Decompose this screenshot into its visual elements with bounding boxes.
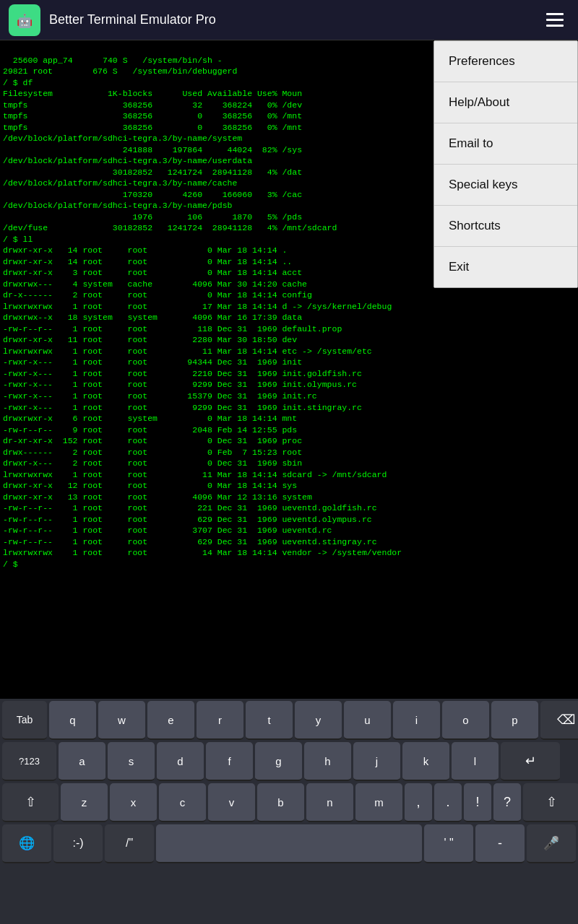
key-e[interactable]: e: [147, 701, 194, 740]
key-d[interactable]: d: [157, 742, 204, 781]
key-r[interactable]: r: [197, 701, 243, 740]
key-y[interactable]: y: [295, 701, 342, 740]
menu-item-help-about[interactable]: Help/About: [434, 82, 577, 123]
menu-button[interactable]: [543, 7, 569, 33]
key-n[interactable]: n: [306, 783, 353, 822]
menu-item-email-to[interactable]: Email to: [434, 123, 577, 165]
key-space[interactable]: [156, 824, 422, 863]
key-g[interactable]: g: [255, 742, 302, 781]
key-h[interactable]: h: [304, 742, 351, 781]
key-quote[interactable]: ' ": [424, 824, 473, 863]
key-comma[interactable]: ,: [405, 783, 432, 822]
key-o[interactable]: o: [442, 701, 489, 740]
app-icon: 🤖: [9, 4, 40, 36]
key-slash[interactable]: /": [105, 824, 154, 863]
menu-item-exit[interactable]: Exit: [434, 247, 577, 287]
key-q[interactable]: q: [49, 701, 96, 740]
key-t[interactable]: t: [246, 701, 293, 740]
key-mic[interactable]: 🎤: [527, 824, 576, 863]
key-enter[interactable]: ↵: [501, 742, 560, 781]
key-p[interactable]: p: [491, 701, 538, 740]
key-s[interactable]: s: [108, 742, 155, 781]
header: 🤖 Better Terminal Emulator Pro: [0, 0, 578, 40]
key-w[interactable]: w: [98, 701, 145, 740]
key-backspace[interactable]: ⌫: [540, 701, 578, 740]
key-l[interactable]: l: [452, 742, 499, 781]
key-v[interactable]: v: [208, 783, 255, 822]
terminal-text: 25600 app_74 740 S /system/bin/sh - 2982…: [3, 56, 402, 569]
menu-icon-line2: [546, 19, 564, 21]
menu-item-shortcuts[interactable]: Shortcuts: [434, 206, 577, 247]
app-title: Better Terminal Emulator Pro: [49, 12, 535, 27]
menu-icon-line1: [546, 13, 564, 15]
keyboard-row-1: Tab q w e r t y u i o p ⌫: [0, 699, 578, 740]
keyboard-row-4: 🌐 :-) /" ' " - 🎤: [0, 822, 578, 863]
svg-text:🤖: 🤖: [17, 13, 33, 29]
key-j[interactable]: j: [353, 742, 400, 781]
key-question[interactable]: ?: [493, 783, 521, 822]
key-shift-left[interactable]: ⇧: [2, 783, 59, 822]
menu-icon-line3: [546, 25, 564, 27]
menu-item-preferences[interactable]: Preferences: [434, 41, 577, 82]
key-u[interactable]: u: [344, 701, 391, 740]
key-z[interactable]: z: [61, 783, 108, 822]
keyboard: Tab q w e r t y u i o p ⌫ ?123 a s d f g…: [0, 699, 578, 924]
keyboard-row-3: ⇧ z x c v b n m , . ! ? ⇧: [0, 781, 578, 822]
key-i[interactable]: i: [393, 701, 440, 740]
key-f[interactable]: f: [206, 742, 253, 781]
key-a[interactable]: a: [59, 742, 105, 781]
key-emoji[interactable]: 🌐: [2, 824, 51, 863]
menu-item-special-keys[interactable]: Special keys: [434, 165, 577, 206]
key-m[interactable]: m: [355, 783, 402, 822]
dropdown-menu: Preferences Help/About Email to Special …: [434, 40, 578, 288]
keyboard-row-2: ?123 a s d f g h j k l ↵: [0, 740, 578, 781]
key-shift-right[interactable]: ⇧: [523, 783, 578, 822]
key-123[interactable]: ?123: [2, 742, 56, 781]
key-x[interactable]: x: [110, 783, 157, 822]
key-dash[interactable]: -: [475, 824, 525, 863]
key-c[interactable]: c: [159, 783, 206, 822]
key-k[interactable]: k: [402, 742, 449, 781]
key-tab[interactable]: Tab: [2, 701, 47, 740]
key-b[interactable]: b: [257, 783, 304, 822]
key-period[interactable]: .: [434, 783, 462, 822]
key-face[interactable]: :-): [53, 824, 103, 863]
key-exclamation[interactable]: !: [464, 783, 491, 822]
